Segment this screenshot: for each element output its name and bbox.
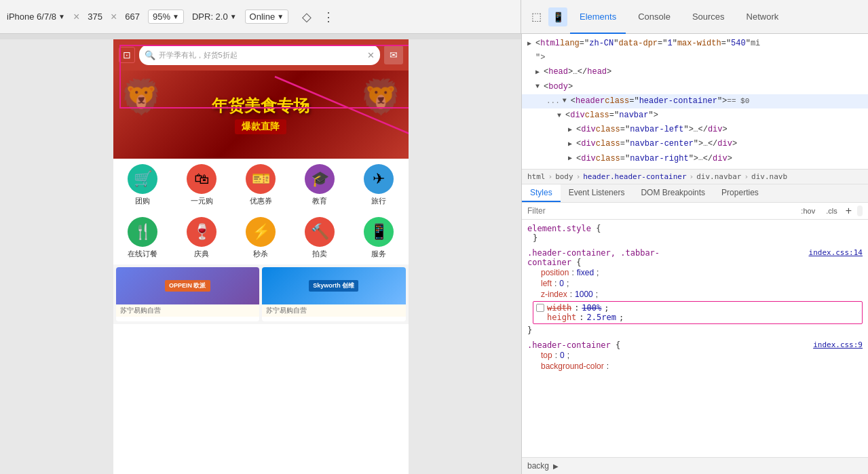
category-jiaoyu[interactable]: 🎓 教育 — [290, 159, 350, 212]
dom-line-html-close[interactable]: "> — [522, 51, 868, 65]
category-lv[interactable]: ✈ 旅行 — [350, 159, 409, 212]
dom-line-navbar-left[interactable]: ▶ <div class="navbar-left"> … </div> — [522, 123, 868, 137]
category-grid: 🛒 团购 🛍 一元购 🎫 优惠券 🎓 教育 ✈ 旅行 — [113, 159, 409, 264]
css-rules: element.style { } .header-container, .ta… — [522, 220, 868, 457]
css-selector-header[interactable]: .header-container, .tabbar- index.css:14 — [527, 248, 863, 258]
dom-line-header[interactable]: ... ▼ <header class="header-container"> … — [522, 94, 868, 108]
banner-deco-left: 🦁 — [120, 77, 162, 117]
category-paimai[interactable]: 🔨 拍卖 — [290, 212, 350, 264]
settings-icon[interactable]: ◇ — [302, 9, 312, 24]
breadcrumb-header[interactable]: header.header-container — [583, 172, 686, 181]
device-dropdown-arrow[interactable]: ▼ — [58, 13, 65, 20]
search-bar[interactable]: 🔍 开学季有礼，好货5折起 ✕ — [139, 45, 380, 65]
filter-label: backg — [527, 461, 549, 471]
category-label-tuangou: 团购 — [135, 196, 150, 206]
breadcrumb-navbar[interactable]: div.navbar — [696, 172, 741, 181]
dom-line-html[interactable]: ▶ <html lang="zh-CN" data-dpr="1" max-wi… — [522, 37, 868, 51]
tab-network[interactable]: Network — [737, 0, 789, 33]
category-label-youhui: 优惠券 — [250, 196, 272, 206]
css-selector-element[interactable]: element.style { — [527, 224, 863, 233]
category-label-dingcan: 在线订餐 — [128, 249, 157, 259]
css-rule-header-container-2: .header-container { index.css:9 top: 0; … — [522, 339, 868, 373]
category-dingcan[interactable]: 🍴 在线订餐 — [113, 212, 172, 264]
category-yiyuan[interactable]: 🛍 一元购 — [172, 159, 231, 212]
height-value[interactable]: 667 — [125, 12, 140, 22]
dom-line-body[interactable]: ▼ <body> — [522, 80, 868, 94]
css-prop-height[interactable]: height: 2.5rem; — [536, 313, 859, 322]
banner-title: 年货美食专场 — [212, 95, 309, 117]
dpr-selector[interactable]: DPR: 2.0 ▼ — [192, 12, 237, 22]
product-card-2[interactable]: Skyworth 创维 苏宁易购自营 — [262, 267, 406, 321]
product-card-1[interactable]: OPPEIN 欧派 苏宁易购自营 — [116, 267, 260, 321]
css-prop-position[interactable]: position: fixed; — [527, 267, 863, 278]
dpr-value: DPR: 2.0 — [192, 12, 228, 22]
width-value[interactable]: 375 — [88, 12, 102, 22]
styles-tabs-bar: Styles Event Listeners DOM Breakpoints P… — [522, 184, 868, 203]
dom-line-navbar[interactable]: ▼ <div class="navbar"> — [522, 108, 868, 123]
category-label-jiaoyu: 教育 — [312, 196, 327, 206]
tab-console[interactable]: Console — [628, 0, 680, 33]
device-name: iPhone 6/7/8 — [7, 12, 56, 22]
dim-x: × — [111, 11, 117, 23]
css-rule-header-container: .header-container, .tabbar- index.css:14… — [522, 247, 868, 336]
bottom-filter-arrow[interactable]: ▶ — [553, 462, 559, 470]
category-tuangou[interactable]: 🛒 团购 — [113, 159, 172, 212]
bottom-filter-bar: backg ▶ — [522, 457, 868, 474]
dom-line-navbar-center[interactable]: ▶ <div class="navbar-center"> … </div> — [522, 137, 868, 151]
tab-elements[interactable]: Elements — [570, 1, 626, 34]
cls-button[interactable]: .cls — [823, 205, 840, 216]
css-prop-zindex[interactable]: z-index: 1000; — [527, 289, 863, 300]
css-prop-left[interactable]: left: 0; — [527, 278, 863, 289]
tab-properties[interactable]: Properties — [713, 184, 767, 202]
zoom-selector[interactable]: 95% ▼ — [148, 9, 184, 24]
css-rule-element-style: element.style { } — [522, 222, 868, 244]
device-selector[interactable]: iPhone 6/7/8 ▼ — [7, 12, 65, 22]
more-options-icon[interactable]: ⋮ — [322, 9, 335, 24]
category-youhui[interactable]: 🎫 优惠券 — [231, 159, 290, 212]
search-clear-icon[interactable]: ✕ — [367, 50, 375, 60]
css-prop-bgcolor[interactable]: background-color: — [527, 361, 863, 372]
category-label-paimai: 拍卖 — [312, 249, 327, 259]
network-value: Online — [250, 12, 276, 22]
devtools-mobile-icon[interactable]: 📱 — [548, 7, 567, 26]
css-selector-header-2[interactable]: .header-container { index.css:9 — [527, 340, 863, 350]
tab-event-listeners[interactable]: Event Listeners — [561, 184, 633, 202]
category-qingdian[interactable]: 🍷 庆典 — [172, 212, 231, 264]
zoom-value: 95% — [153, 12, 170, 22]
tab-styles[interactable]: Styles — [522, 184, 561, 202]
css-prop-width-crossed[interactable]: width: 100%; — [536, 303, 859, 313]
network-selector[interactable]: Online ▼ — [245, 9, 288, 24]
css-highlight-section: width: 100%; height: 2.5rem; — [533, 301, 863, 324]
css-source-9[interactable]: index.css:9 — [813, 340, 863, 349]
search-text: 开学季有礼，好货5折起 — [159, 50, 364, 60]
css-source-14[interactable]: index.css:14 — [809, 248, 863, 257]
dpr-arrow[interactable]: ▼ — [230, 13, 237, 20]
category-miaosha[interactable]: ⚡ 秒杀 — [231, 212, 290, 264]
search-icon: 🔍 — [145, 50, 155, 60]
navbar-scan-icon[interactable]: ⊡ — [119, 47, 135, 63]
tab-dom-breakpoints[interactable]: DOM Breakpoints — [633, 184, 713, 202]
message-icon[interactable]: ✉ — [384, 45, 403, 64]
network-arrow[interactable]: ▼ — [277, 13, 284, 20]
breadcrumb-navb[interactable]: div.navb — [751, 172, 787, 181]
tab-sources[interactable]: Sources — [683, 0, 734, 33]
banner-deco-right: 🦁 — [360, 77, 402, 117]
category-label-qingdian: 庆典 — [194, 249, 209, 259]
category-label-yiyuan: 一元购 — [191, 196, 213, 206]
dom-breadcrumb: html › body › header.header-container › … — [522, 169, 868, 184]
dom-line-head[interactable]: ▶ <head> … </head> — [522, 65, 868, 79]
styles-filter-input[interactable] — [527, 206, 793, 216]
add-style-button[interactable]: + — [846, 205, 852, 216]
breadcrumb-body[interactable]: body — [555, 172, 573, 181]
category-fuwu[interactable]: 📱 服务 — [350, 212, 409, 264]
zoom-arrow[interactable]: ▼ — [172, 13, 179, 20]
dom-line-navbar-right[interactable]: ▶ <div class="navbar-right"> … </div> — [522, 152, 868, 166]
breadcrumb-html[interactable]: html — [527, 172, 546, 181]
devtools-cursor-icon[interactable]: ⬚ — [527, 7, 546, 26]
width-checkbox[interactable] — [536, 304, 544, 312]
browser-toolbar: iPhone 6/7/8 ▼ × 375 × 667 95% ▼ DPR: 2.… — [0, 0, 521, 33]
css-prop-top[interactable]: top: 0; — [527, 350, 863, 361]
styles-filter-bar: :hov .cls + — [522, 203, 868, 220]
scrollbar-track[interactable] — [857, 205, 863, 216]
hov-button[interactable]: :hov — [798, 205, 818, 216]
